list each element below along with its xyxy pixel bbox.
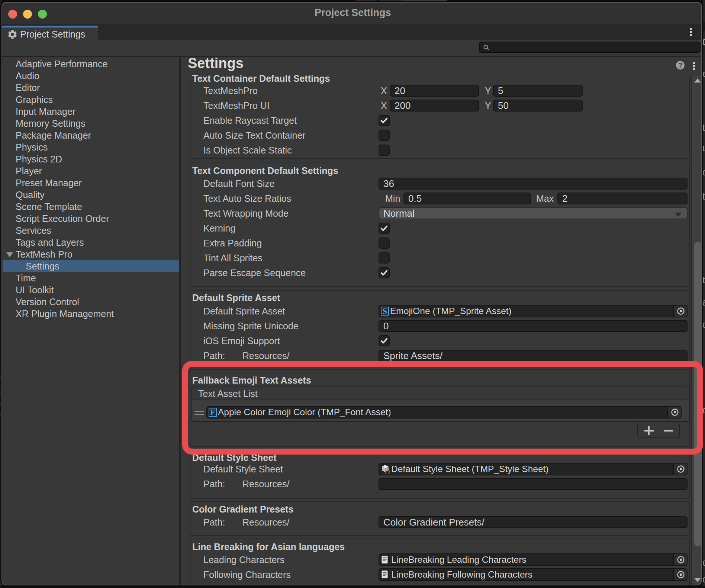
svg-text:{ }: { } [385, 469, 390, 474]
